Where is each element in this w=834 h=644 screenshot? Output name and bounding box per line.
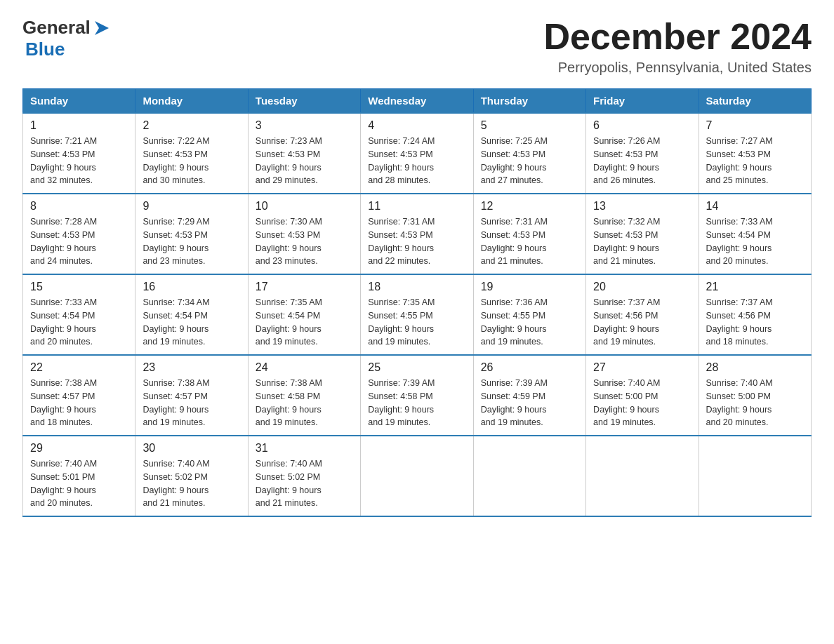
day-number: 8 [30, 200, 128, 213]
day-info: Sunrise: 7:40 AMSunset: 5:02 PMDaylight:… [143, 459, 209, 508]
day-info: Sunrise: 7:29 AMSunset: 4:53 PMDaylight:… [143, 217, 209, 266]
day-info: Sunrise: 7:37 AMSunset: 4:56 PMDaylight:… [593, 297, 660, 347]
calendar-cell: 15 Sunrise: 7:33 AMSunset: 4:54 PMDaylig… [23, 274, 135, 355]
calendar-cell: 20 Sunrise: 7:37 AMSunset: 4:56 PMDaylig… [586, 274, 699, 355]
col-header-tuesday: Tuesday [248, 89, 360, 114]
calendar-cell: 4 Sunrise: 7:24 AMSunset: 4:53 PMDayligh… [361, 113, 473, 194]
calendar-cell: 1 Sunrise: 7:21 AMSunset: 4:53 PMDayligh… [23, 113, 135, 194]
calendar-cell [586, 436, 699, 516]
calendar-week-1: 1 Sunrise: 7:21 AMSunset: 4:53 PMDayligh… [23, 113, 812, 194]
day-number: 14 [706, 200, 804, 213]
col-header-thursday: Thursday [473, 89, 585, 114]
calendar-week-4: 22 Sunrise: 7:38 AMSunset: 4:57 PMDaylig… [23, 355, 812, 436]
day-number: 20 [593, 281, 691, 293]
day-info: Sunrise: 7:40 AMSunset: 5:01 PMDaylight:… [30, 459, 97, 508]
day-number: 24 [256, 361, 353, 374]
calendar-header-row: Sunday Monday Tuesday Wednesday Thursday… [23, 89, 812, 114]
calendar-cell [473, 436, 585, 516]
calendar-cell: 2 Sunrise: 7:22 AMSunset: 4:53 PMDayligh… [135, 113, 248, 194]
day-info: Sunrise: 7:35 AMSunset: 4:55 PMDaylight:… [368, 297, 435, 347]
day-number: 28 [706, 361, 804, 374]
calendar-cell: 30 Sunrise: 7:40 AMSunset: 5:02 PMDaylig… [135, 436, 248, 516]
page-header: General Blue December 2024 Perryopolis, … [22, 17, 812, 76]
title-area: December 2024 Perryopolis, Pennsylvania,… [543, 17, 812, 76]
day-number: 13 [593, 200, 691, 213]
day-info: Sunrise: 7:26 AMSunset: 4:53 PMDaylight:… [593, 136, 660, 185]
logo-arrow-icon [92, 18, 112, 38]
col-header-sunday: Sunday [23, 89, 135, 114]
day-info: Sunrise: 7:39 AMSunset: 4:59 PMDaylight:… [481, 378, 548, 427]
day-number: 15 [30, 281, 128, 293]
day-number: 3 [256, 119, 353, 132]
calendar-cell: 13 Sunrise: 7:32 AMSunset: 4:53 PMDaylig… [586, 194, 699, 274]
day-info: Sunrise: 7:24 AMSunset: 4:53 PMDaylight:… [368, 136, 435, 185]
calendar-cell: 24 Sunrise: 7:38 AMSunset: 4:58 PMDaylig… [248, 355, 360, 436]
day-info: Sunrise: 7:38 AMSunset: 4:58 PMDaylight:… [256, 378, 322, 427]
calendar-cell: 11 Sunrise: 7:31 AMSunset: 4:53 PMDaylig… [361, 194, 473, 274]
calendar-cell: 10 Sunrise: 7:30 AMSunset: 4:53 PMDaylig… [248, 194, 360, 274]
col-header-saturday: Saturday [699, 89, 811, 114]
day-number: 4 [368, 119, 465, 132]
month-title: December 2024 [543, 17, 812, 57]
day-number: 7 [706, 119, 804, 132]
calendar-cell [699, 436, 811, 516]
day-info: Sunrise: 7:30 AMSunset: 4:53 PMDaylight:… [256, 217, 322, 266]
day-info: Sunrise: 7:37 AMSunset: 4:56 PMDaylight:… [706, 297, 773, 347]
day-info: Sunrise: 7:31 AMSunset: 4:53 PMDaylight:… [481, 217, 548, 266]
calendar-cell: 28 Sunrise: 7:40 AMSunset: 5:00 PMDaylig… [699, 355, 811, 436]
day-info: Sunrise: 7:40 AMSunset: 5:00 PMDaylight:… [706, 378, 773, 427]
calendar-cell: 26 Sunrise: 7:39 AMSunset: 4:59 PMDaylig… [473, 355, 585, 436]
col-header-wednesday: Wednesday [361, 89, 473, 114]
calendar-cell: 21 Sunrise: 7:37 AMSunset: 4:56 PMDaylig… [699, 274, 811, 355]
calendar-cell: 31 Sunrise: 7:40 AMSunset: 5:02 PMDaylig… [248, 436, 360, 516]
day-number: 21 [706, 281, 804, 293]
col-header-friday: Friday [586, 89, 699, 114]
calendar-cell [361, 436, 473, 516]
day-info: Sunrise: 7:27 AMSunset: 4:53 PMDaylight:… [706, 136, 773, 185]
day-info: Sunrise: 7:32 AMSunset: 4:53 PMDaylight:… [593, 217, 660, 266]
calendar-cell: 19 Sunrise: 7:36 AMSunset: 4:55 PMDaylig… [473, 274, 585, 355]
logo-text-blue: Blue [25, 39, 65, 60]
calendar-cell: 3 Sunrise: 7:23 AMSunset: 4:53 PMDayligh… [248, 113, 360, 194]
day-info: Sunrise: 7:21 AMSunset: 4:53 PMDaylight:… [30, 136, 97, 185]
day-number: 27 [593, 361, 691, 374]
calendar-week-5: 29 Sunrise: 7:40 AMSunset: 5:01 PMDaylig… [23, 436, 812, 516]
calendar-cell: 12 Sunrise: 7:31 AMSunset: 4:53 PMDaylig… [473, 194, 585, 274]
logo-text-general: General [22, 17, 91, 39]
day-info: Sunrise: 7:33 AMSunset: 4:54 PMDaylight:… [706, 217, 773, 266]
day-info: Sunrise: 7:38 AMSunset: 4:57 PMDaylight:… [143, 378, 209, 427]
calendar-cell: 29 Sunrise: 7:40 AMSunset: 5:01 PMDaylig… [23, 436, 135, 516]
day-info: Sunrise: 7:31 AMSunset: 4:53 PMDaylight:… [368, 217, 435, 266]
day-number: 30 [143, 442, 240, 455]
day-number: 6 [593, 119, 691, 132]
calendar-cell: 27 Sunrise: 7:40 AMSunset: 5:00 PMDaylig… [586, 355, 699, 436]
day-number: 10 [256, 200, 353, 213]
col-header-monday: Monday [135, 89, 248, 114]
day-number: 17 [256, 281, 353, 293]
day-info: Sunrise: 7:22 AMSunset: 4:53 PMDaylight:… [143, 136, 209, 185]
calendar-table: Sunday Monday Tuesday Wednesday Thursday… [22, 88, 812, 517]
day-number: 1 [30, 119, 128, 132]
day-info: Sunrise: 7:35 AMSunset: 4:54 PMDaylight:… [256, 297, 322, 347]
day-info: Sunrise: 7:40 AMSunset: 5:00 PMDaylight:… [593, 378, 660, 427]
calendar-cell: 17 Sunrise: 7:35 AMSunset: 4:54 PMDaylig… [248, 274, 360, 355]
calendar-cell: 6 Sunrise: 7:26 AMSunset: 4:53 PMDayligh… [586, 113, 699, 194]
day-number: 18 [368, 281, 465, 293]
day-info: Sunrise: 7:33 AMSunset: 4:54 PMDaylight:… [30, 297, 97, 347]
day-number: 29 [30, 442, 128, 455]
day-number: 12 [481, 200, 578, 213]
day-number: 16 [143, 281, 240, 293]
day-info: Sunrise: 7:40 AMSunset: 5:02 PMDaylight:… [256, 459, 322, 508]
calendar-cell: 5 Sunrise: 7:25 AMSunset: 4:53 PMDayligh… [473, 113, 585, 194]
calendar-cell: 14 Sunrise: 7:33 AMSunset: 4:54 PMDaylig… [699, 194, 811, 274]
calendar-cell: 25 Sunrise: 7:39 AMSunset: 4:58 PMDaylig… [361, 355, 473, 436]
calendar-week-2: 8 Sunrise: 7:28 AMSunset: 4:53 PMDayligh… [23, 194, 812, 274]
svg-marker-0 [95, 21, 109, 35]
day-number: 31 [256, 442, 353, 455]
day-info: Sunrise: 7:25 AMSunset: 4:53 PMDaylight:… [481, 136, 548, 185]
day-number: 5 [481, 119, 578, 132]
day-number: 2 [143, 119, 240, 132]
day-info: Sunrise: 7:28 AMSunset: 4:53 PMDaylight:… [30, 217, 97, 266]
calendar-cell: 16 Sunrise: 7:34 AMSunset: 4:54 PMDaylig… [135, 274, 248, 355]
day-number: 25 [368, 361, 465, 374]
